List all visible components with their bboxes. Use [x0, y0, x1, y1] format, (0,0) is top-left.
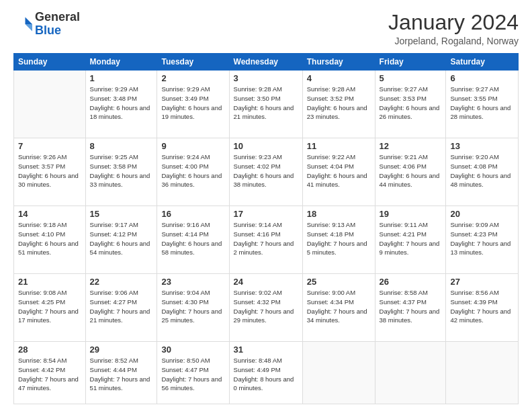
table-row: 11 Sunrise: 9:22 AM Sunset: 4:04 PM Dayl… [302, 138, 375, 206]
table-row: 24 Sunrise: 9:02 AM Sunset: 4:32 PM Dayl… [229, 274, 302, 342]
day-number: 4 [307, 73, 371, 83]
col-friday: Friday [375, 54, 446, 71]
day-number: 18 [307, 209, 371, 219]
day-number: 3 [234, 73, 298, 83]
calendar-header-row: Sunday Monday Tuesday Wednesday Thursday… [14, 54, 519, 71]
day-number: 19 [380, 209, 442, 219]
table-row: 5 Sunrise: 9:27 AM Sunset: 3:53 PM Dayli… [375, 71, 446, 138]
table-row: 2 Sunrise: 9:29 AM Sunset: 3:49 PM Dayli… [157, 71, 229, 138]
day-info: Sunrise: 9:26 AM Sunset: 3:57 PM Dayligh… [18, 152, 81, 189]
day-number: 30 [161, 345, 224, 355]
logo-blue: Blue [35, 24, 61, 37]
page: General Blue January 2024 Jorpeland, Rog… [0, 0, 532, 411]
table-row: 15 Sunrise: 9:17 AM Sunset: 4:12 PM Dayl… [85, 206, 157, 274]
day-number: 1 [90, 73, 153, 83]
day-info: Sunrise: 8:52 AM Sunset: 4:44 PM Dayligh… [90, 356, 153, 393]
day-info: Sunrise: 9:28 AM Sunset: 3:50 PM Dayligh… [234, 85, 298, 122]
logo-icon [13, 15, 32, 34]
calendar-table: Sunday Monday Tuesday Wednesday Thursday… [13, 53, 519, 404]
table-row [375, 342, 446, 404]
header: General Blue January 2024 Jorpeland, Rog… [13, 11, 519, 46]
col-monday: Monday [85, 54, 157, 71]
day-number: 27 [450, 277, 514, 287]
table-row: 17 Sunrise: 9:14 AM Sunset: 4:16 PM Dayl… [229, 206, 302, 274]
location-subtitle: Jorpeland, Rogaland, Norway [388, 36, 519, 46]
table-row: 10 Sunrise: 9:23 AM Sunset: 4:02 PM Dayl… [229, 138, 302, 206]
day-number: 11 [307, 141, 371, 151]
day-number: 29 [90, 345, 153, 355]
day-info: Sunrise: 9:27 AM Sunset: 3:53 PM Dayligh… [380, 85, 442, 122]
day-number: 20 [450, 209, 514, 219]
col-sunday: Sunday [14, 54, 86, 71]
table-row: 7 Sunrise: 9:26 AM Sunset: 3:57 PM Dayli… [14, 138, 86, 206]
day-number: 16 [161, 209, 224, 219]
table-row: 16 Sunrise: 9:16 AM Sunset: 4:14 PM Dayl… [157, 206, 229, 274]
day-number: 14 [18, 209, 81, 219]
month-title: January 2024 [388, 11, 519, 34]
table-row: 6 Sunrise: 9:27 AM Sunset: 3:55 PM Dayli… [446, 71, 519, 138]
title-block: January 2024 Jorpeland, Rogaland, Norway [388, 11, 519, 46]
day-info: Sunrise: 8:50 AM Sunset: 4:47 PM Dayligh… [161, 356, 224, 393]
day-info: Sunrise: 9:16 AM Sunset: 4:14 PM Dayligh… [161, 220, 224, 257]
table-row: 23 Sunrise: 9:04 AM Sunset: 4:30 PM Dayl… [157, 274, 229, 342]
table-row: 29 Sunrise: 8:52 AM Sunset: 4:44 PM Dayl… [85, 342, 157, 404]
day-info: Sunrise: 9:11 AM Sunset: 4:21 PM Dayligh… [380, 220, 442, 257]
day-number: 9 [161, 141, 224, 151]
day-info: Sunrise: 9:09 AM Sunset: 4:23 PM Dayligh… [450, 220, 514, 257]
day-info: Sunrise: 9:14 AM Sunset: 4:16 PM Dayligh… [234, 220, 298, 257]
table-row: 21 Sunrise: 9:08 AM Sunset: 4:25 PM Dayl… [14, 274, 86, 342]
day-number: 10 [234, 141, 298, 151]
table-row: 13 Sunrise: 9:20 AM Sunset: 4:08 PM Dayl… [446, 138, 519, 206]
svg-marker-0 [26, 17, 33, 24]
day-info: Sunrise: 8:56 AM Sunset: 4:39 PM Dayligh… [450, 288, 514, 325]
table-row [302, 342, 375, 404]
table-row: 14 Sunrise: 9:18 AM Sunset: 4:10 PM Dayl… [14, 206, 86, 274]
logo: General Blue [13, 11, 80, 38]
table-row [446, 342, 519, 404]
day-number: 31 [234, 345, 298, 355]
col-wednesday: Wednesday [229, 54, 302, 71]
svg-marker-1 [26, 24, 33, 32]
table-row: 3 Sunrise: 9:28 AM Sunset: 3:50 PM Dayli… [229, 71, 302, 138]
logo-general: General [35, 10, 80, 24]
day-number: 17 [234, 209, 298, 219]
table-row: 20 Sunrise: 9:09 AM Sunset: 4:23 PM Dayl… [446, 206, 519, 274]
day-info: Sunrise: 9:02 AM Sunset: 4:32 PM Dayligh… [234, 288, 298, 325]
day-info: Sunrise: 9:20 AM Sunset: 4:08 PM Dayligh… [450, 152, 514, 189]
day-info: Sunrise: 9:25 AM Sunset: 3:58 PM Dayligh… [90, 152, 153, 189]
day-info: Sunrise: 9:17 AM Sunset: 4:12 PM Dayligh… [90, 220, 153, 257]
day-number: 26 [380, 277, 442, 287]
day-number: 7 [18, 141, 81, 151]
day-info: Sunrise: 9:24 AM Sunset: 4:00 PM Dayligh… [161, 152, 224, 189]
day-number: 24 [234, 277, 298, 287]
day-number: 8 [90, 141, 153, 151]
table-row: 27 Sunrise: 8:56 AM Sunset: 4:39 PM Dayl… [446, 274, 519, 342]
table-row: 18 Sunrise: 9:13 AM Sunset: 4:18 PM Dayl… [302, 206, 375, 274]
day-number: 15 [90, 209, 153, 219]
day-info: Sunrise: 9:28 AM Sunset: 3:52 PM Dayligh… [307, 85, 371, 122]
table-row: 26 Sunrise: 8:58 AM Sunset: 4:37 PM Dayl… [375, 274, 446, 342]
col-tuesday: Tuesday [157, 54, 229, 71]
day-number: 6 [450, 73, 514, 83]
day-number: 25 [307, 277, 371, 287]
day-number: 5 [380, 73, 442, 83]
logo-text: General Blue [35, 11, 80, 38]
table-row [14, 71, 86, 138]
table-row: 12 Sunrise: 9:21 AM Sunset: 4:06 PM Dayl… [375, 138, 446, 206]
day-number: 28 [18, 345, 81, 355]
day-info: Sunrise: 9:08 AM Sunset: 4:25 PM Dayligh… [18, 288, 81, 325]
day-number: 23 [161, 277, 224, 287]
day-info: Sunrise: 9:04 AM Sunset: 4:30 PM Dayligh… [161, 288, 224, 325]
day-number: 12 [380, 141, 442, 151]
table-row: 8 Sunrise: 9:25 AM Sunset: 3:58 PM Dayli… [85, 138, 157, 206]
day-number: 2 [161, 73, 224, 83]
table-row: 28 Sunrise: 8:54 AM Sunset: 4:42 PM Dayl… [14, 342, 86, 404]
table-row: 25 Sunrise: 9:00 AM Sunset: 4:34 PM Dayl… [302, 274, 375, 342]
day-info: Sunrise: 8:54 AM Sunset: 4:42 PM Dayligh… [18, 356, 81, 393]
day-info: Sunrise: 9:00 AM Sunset: 4:34 PM Dayligh… [307, 288, 371, 325]
day-number: 22 [90, 277, 153, 287]
day-info: Sunrise: 8:58 AM Sunset: 4:37 PM Dayligh… [380, 288, 442, 325]
table-row: 19 Sunrise: 9:11 AM Sunset: 4:21 PM Dayl… [375, 206, 446, 274]
col-saturday: Saturday [446, 54, 519, 71]
day-info: Sunrise: 9:18 AM Sunset: 4:10 PM Dayligh… [18, 220, 81, 257]
